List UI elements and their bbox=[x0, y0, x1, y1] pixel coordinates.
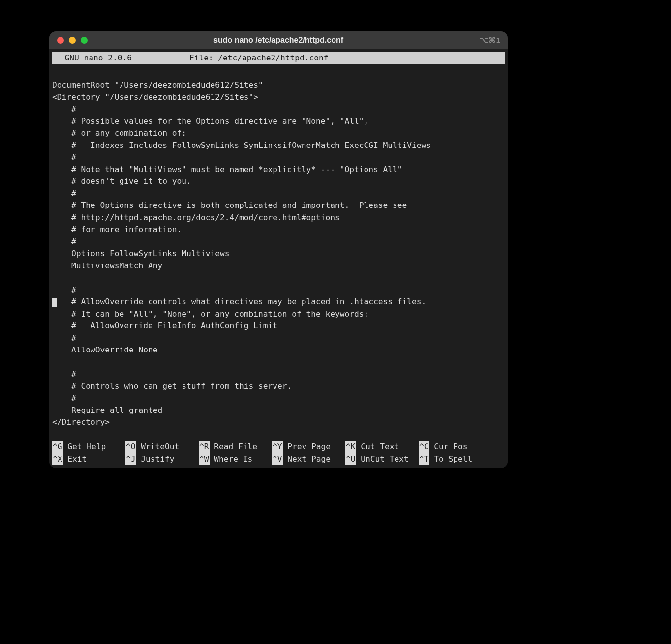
editor-line[interactable]: # or any combination of: bbox=[52, 127, 505, 140]
editor-line[interactable]: # http://httpd.apache.org/docs/2.4/mod/c… bbox=[52, 212, 505, 224]
editor-line-text: # http://httpd.apache.org/docs/2.4/mod/c… bbox=[52, 213, 340, 222]
terminal-body[interactable]: GNU nano 2.0.6 File: /etc/apache2/httpd.… bbox=[49, 49, 508, 468]
editor-line[interactable]: # Controls who can get stuff from this s… bbox=[52, 381, 505, 393]
editor-line[interactable]: <Directory "/Users/deezombiedude612/Site… bbox=[52, 91, 505, 104]
nano-menu-item[interactable]: ^W Where Is bbox=[199, 453, 272, 466]
editor-line-text: # bbox=[52, 393, 76, 403]
editor-line-text: # Indexes Includes FollowSymLinks SymLin… bbox=[52, 141, 431, 150]
nano-menu-row: ^G Get Help^O WriteOut^R Read File^Y Pre… bbox=[52, 441, 505, 453]
minimize-icon[interactable] bbox=[69, 37, 76, 44]
editor-line[interactable]: # Note that "MultiViews" must be named *… bbox=[52, 164, 505, 176]
close-icon[interactable] bbox=[57, 37, 64, 44]
editor-line-text: # for more information. bbox=[52, 225, 182, 234]
editor-line-text: # Possible values for the Options direct… bbox=[52, 117, 368, 126]
editor-line-text: # AllowOverride FileInfo AuthConfig Limi… bbox=[52, 321, 277, 330]
nano-menu-key: ^R bbox=[199, 441, 210, 453]
editor-line[interactable]: # bbox=[52, 392, 505, 405]
nano-menu-key: ^K bbox=[345, 441, 356, 453]
text-cursor bbox=[52, 298, 57, 307]
editor-line[interactable]: # bbox=[52, 103, 505, 116]
editor-line[interactable]: # bbox=[52, 151, 505, 164]
nano-menu-item[interactable]: ^Y Prev Page bbox=[272, 441, 345, 453]
nano-menu-item[interactable]: ^K Cut Text bbox=[345, 441, 419, 453]
nano-menu-label: Exit bbox=[63, 454, 87, 464]
editor-line[interactable] bbox=[52, 272, 505, 284]
editor-line[interactable]: # AllowOverride controls what directives… bbox=[52, 296, 505, 308]
nano-menu-item[interactable]: ^J Justify bbox=[125, 453, 199, 466]
nano-menu-label: Get Help bbox=[63, 442, 106, 451]
editor-line[interactable]: # Possible values for the Options direct… bbox=[52, 116, 505, 128]
nano-menu-label: WriteOut bbox=[136, 442, 180, 451]
editor-line-text: MultiviewsMatch Any bbox=[52, 261, 162, 270]
editor-line[interactable]: MultiviewsMatch Any bbox=[52, 260, 505, 272]
editor-line-text bbox=[52, 357, 57, 367]
nano-menu-item[interactable]: ^T To Spell bbox=[419, 453, 492, 466]
nano-menu-key: ^V bbox=[272, 453, 283, 466]
editor-line-text bbox=[52, 68, 57, 78]
editor-line-text: AllowOverride None bbox=[52, 345, 157, 354]
nano-menu-item[interactable]: ^R Read File bbox=[199, 441, 272, 453]
editor-line-text: # bbox=[52, 104, 76, 114]
nano-menu-label: UnCut Text bbox=[356, 454, 409, 464]
editor-line[interactable]: DocumentRoot "/Users/deezombiedude612/Si… bbox=[52, 79, 505, 91]
editor-line[interactable]: # bbox=[52, 368, 505, 381]
editor-line[interactable]: # bbox=[52, 284, 505, 296]
editor-line[interactable]: # AllowOverride FileInfo AuthConfig Limi… bbox=[52, 320, 505, 332]
editor-line[interactable] bbox=[52, 67, 505, 80]
editor-line[interactable]: Require all granted bbox=[52, 405, 505, 417]
nano-menu-label: Cut Text bbox=[356, 442, 399, 451]
editor-line[interactable] bbox=[52, 429, 505, 441]
editor-line-text: </Directory> bbox=[52, 417, 110, 427]
editor-line-text: # The Options directive is both complica… bbox=[52, 201, 407, 210]
status-spacer bbox=[132, 53, 189, 62]
editor-line-text: # bbox=[52, 285, 76, 294]
editor-line-text: Options FollowSymLinks Multiviews bbox=[52, 249, 230, 258]
nano-menu-item[interactable]: ^U UnCut Text bbox=[345, 453, 419, 466]
editor-line[interactable]: # The Options directive is both complica… bbox=[52, 200, 505, 212]
editor-line[interactable]: # Indexes Includes FollowSymLinks SymLin… bbox=[52, 140, 505, 152]
editor-line[interactable] bbox=[52, 356, 505, 369]
editor-line[interactable]: </Directory> bbox=[52, 416, 505, 429]
editor-line[interactable]: # doesn't give it to you. bbox=[52, 176, 505, 188]
window-shortcut-badge: ⌥⌘1 bbox=[480, 36, 501, 45]
nano-menu-label: Justify bbox=[136, 454, 175, 464]
editor-line-text: # Note that "MultiViews" must be named *… bbox=[52, 165, 402, 174]
editor-line-text: # bbox=[52, 152, 76, 162]
nano-menu-item[interactable]: ^V Next Page bbox=[272, 453, 345, 466]
editor-line[interactable]: Options FollowSymLinks Multiviews bbox=[52, 248, 505, 260]
nano-menu-item[interactable]: ^G Get Help bbox=[52, 441, 125, 453]
nano-menu-key: ^T bbox=[419, 453, 429, 466]
editor-line-text: # or any combination of: bbox=[52, 128, 186, 138]
nano-file-label: File: /etc/apache2/httpd.conf bbox=[189, 53, 329, 62]
editor-line[interactable]: # It can be "All", "None", or any combin… bbox=[52, 308, 505, 321]
editor-area[interactable]: DocumentRoot "/Users/deezombiedude612/Si… bbox=[49, 64, 508, 441]
editor-line[interactable]: # for more information. bbox=[52, 224, 505, 236]
editor-line-text: # bbox=[52, 369, 76, 379]
nano-menu-item[interactable]: ^O WriteOut bbox=[125, 441, 199, 453]
nano-menu-key: ^X bbox=[52, 453, 63, 466]
editor-line-text bbox=[52, 430, 57, 439]
window-title-bar: sudo nano /etc/apache2/httpd.conf ⌥⌘1 bbox=[49, 31, 508, 49]
nano-menu-label: Prev Page bbox=[283, 442, 331, 451]
editor-line-text bbox=[52, 273, 57, 282]
editor-line-text: # doesn't give it to you. bbox=[52, 176, 191, 186]
editor-line[interactable]: AllowOverride None bbox=[52, 344, 505, 356]
editor-line-text: Require all granted bbox=[52, 406, 162, 415]
editor-line-text: # It can be "All", "None", or any combin… bbox=[52, 309, 368, 319]
editor-line-text: # bbox=[52, 237, 76, 246]
nano-menu-key: ^G bbox=[52, 441, 63, 453]
nano-menu-key: ^O bbox=[125, 441, 136, 453]
window-title: sudo nano /etc/apache2/httpd.conf bbox=[49, 36, 508, 45]
nano-menu-label: Read File bbox=[210, 442, 257, 451]
nano-menu-item[interactable]: ^C Cur Pos bbox=[419, 441, 492, 453]
editor-line[interactable]: # bbox=[52, 236, 505, 248]
nano-status-bar: GNU nano 2.0.6 File: /etc/apache2/httpd.… bbox=[52, 52, 505, 64]
nano-menu-item[interactable]: ^X Exit bbox=[52, 453, 125, 466]
maximize-icon[interactable] bbox=[81, 37, 88, 44]
nano-menu-label: Cur Pos bbox=[429, 442, 468, 451]
nano-menu-key: ^W bbox=[199, 453, 210, 466]
editor-line[interactable]: # bbox=[52, 332, 505, 345]
nano-version: GNU nano 2.0.6 bbox=[55, 53, 132, 62]
editor-line-text: # Controls who can get stuff from this s… bbox=[52, 381, 292, 391]
editor-line[interactable]: # bbox=[52, 188, 505, 200]
